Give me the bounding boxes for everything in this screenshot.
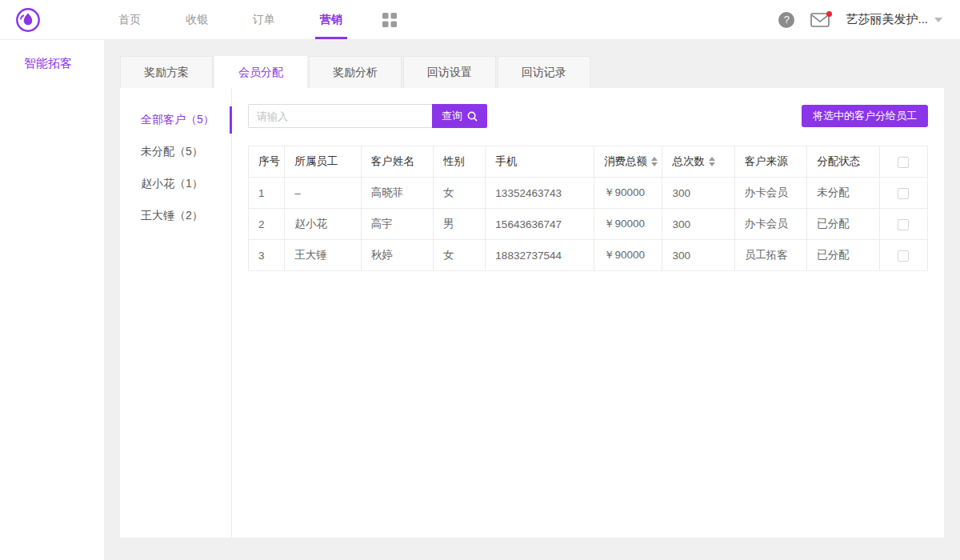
search-button-label: 查询 xyxy=(442,109,462,123)
search-button[interactable]: 查询 xyxy=(432,104,487,128)
column-header[interactable]: 消费总额 xyxy=(594,146,662,178)
help-icon[interactable]: ? xyxy=(778,12,794,28)
table-cell: 男 xyxy=(434,209,486,240)
account-name: 艺莎丽美发护... xyxy=(846,12,928,27)
table-row: 2赵小花高宇男15643636747￥90000300办卡会员已分配 xyxy=(249,209,928,240)
table-cell: 18832737544 xyxy=(486,240,594,271)
table-body: 1–高晓菲女13352463743￥90000300办卡会员未分配2赵小花高宇男… xyxy=(249,178,928,271)
table-cell: – xyxy=(285,178,361,209)
table-cell: 高宇 xyxy=(361,209,433,240)
assign-customers-button[interactable]: 将选中的客户分给员工 xyxy=(802,105,928,127)
tab-reward-plan[interactable]: 奖励方案 xyxy=(120,56,213,88)
sort-icon[interactable] xyxy=(651,157,658,166)
row-checkbox[interactable] xyxy=(898,219,909,230)
column-header: 序号 xyxy=(249,146,285,178)
row-checkbox-cell xyxy=(879,209,927,240)
row-checkbox[interactable] xyxy=(898,188,909,199)
tab-reward-analysis[interactable]: 奖励分析 xyxy=(309,56,402,88)
column-header: 客户姓名 xyxy=(361,146,433,178)
nav-item-home[interactable]: 首页 xyxy=(96,0,163,39)
topbar-right: ? 艺莎丽美发护... xyxy=(778,12,960,28)
table-cell: 赵小花 xyxy=(285,209,361,240)
tab-followup-settings[interactable]: 回访设置 xyxy=(403,56,496,88)
select-all-header-cell xyxy=(879,146,927,178)
table-cell: ￥90000 xyxy=(594,240,662,271)
tab-followup-records[interactable]: 回访记录 xyxy=(498,56,590,88)
table-cell: 王大锤 xyxy=(285,240,361,271)
table-section: 查询 将选中的客户分给员工 序号所属员工客户姓名性别手机消费总额总次数客户来源分… xyxy=(232,88,944,538)
filter-staff-zhaoxiaohua[interactable]: 赵小花（1） xyxy=(120,168,231,200)
table-cell: 办卡会员 xyxy=(734,178,806,209)
search-input[interactable] xyxy=(248,104,432,128)
customer-filter-list: 全部客户（5） 未分配（5） 赵小花（1） 王大锤（2） xyxy=(120,88,232,538)
table-row: 3王大锤秋婷女18832737544￥90000300员工拓客已分配 xyxy=(249,240,928,271)
table-cell: 女 xyxy=(434,178,486,209)
sidebar-item-smart-acquisition[interactable]: 智能拓客 xyxy=(0,40,104,71)
table-cell: 办卡会员 xyxy=(734,209,806,240)
table-cell: 未分配 xyxy=(807,178,879,209)
messages-icon[interactable] xyxy=(810,13,830,27)
customers-table: 序号所属员工客户姓名性别手机消费总额总次数客户来源分配状态 1–高晓菲女1335… xyxy=(248,146,928,271)
table-cell: 15643636747 xyxy=(486,209,594,240)
main-area: 奖励方案 会员分配 奖励分析 回访设置 回访记录 全部客户（5） 未分配（5） … xyxy=(104,40,960,560)
nav-item-orders[interactable]: 订单 xyxy=(230,0,298,39)
table-cell: 员工拓客 xyxy=(734,240,806,271)
column-header: 分配状态 xyxy=(807,146,879,178)
table-cell: 2 xyxy=(249,209,285,240)
nav-item-cashier[interactable]: 收银 xyxy=(163,0,230,39)
table-cell: 300 xyxy=(662,209,734,240)
column-header: 性别 xyxy=(434,146,486,178)
table-cell: 1 xyxy=(249,178,285,209)
table-cell: 秋婷 xyxy=(361,240,433,271)
left-sidebar: 智能拓客 xyxy=(0,40,104,560)
table-cell: 高晓菲 xyxy=(361,178,433,209)
filter-staff-wangdachui[interactable]: 王大锤（2） xyxy=(120,200,231,232)
table-row: 1–高晓菲女13352463743￥90000300办卡会员未分配 xyxy=(249,178,928,209)
row-checkbox-cell xyxy=(879,178,927,209)
table-cell: 300 xyxy=(662,240,734,271)
column-header: 所属员工 xyxy=(285,146,361,178)
content-panel: 全部客户（5） 未分配（5） 赵小花（1） 王大锤（2） 查询 将选中的客户分给… xyxy=(120,88,944,538)
table-header-row: 序号所属员工客户姓名性别手机消费总额总次数客户来源分配状态 xyxy=(249,146,928,178)
topbar: 首页 收银 订单 营销 ? 艺莎丽美发护... xyxy=(0,0,960,40)
table-cell: 已分配 xyxy=(807,240,879,271)
account-menu[interactable]: 艺莎丽美发护... xyxy=(846,12,942,27)
column-header[interactable]: 总次数 xyxy=(662,146,734,178)
column-header: 手机 xyxy=(486,146,594,178)
filter-all-customers[interactable]: 全部客户（5） xyxy=(120,104,231,136)
search-icon xyxy=(467,111,478,122)
table-cell: 3 xyxy=(249,240,285,271)
notification-dot xyxy=(826,11,832,17)
main-nav: 首页 收银 订单 营销 xyxy=(96,0,414,39)
tab-member-assignment[interactable]: 会员分配 xyxy=(214,56,307,88)
table-cell: 300 xyxy=(662,178,734,209)
app-logo-icon[interactable] xyxy=(14,6,42,34)
column-header: 客户来源 xyxy=(734,146,806,178)
chevron-down-icon xyxy=(934,18,942,22)
row-checkbox[interactable] xyxy=(898,250,909,262)
table-cell: 已分配 xyxy=(807,209,879,240)
table-cell: 女 xyxy=(434,240,486,271)
sort-icon[interactable] xyxy=(709,157,715,166)
nav-item-marketing[interactable]: 营销 xyxy=(298,0,365,39)
tab-bar: 奖励方案 会员分配 奖励分析 回访设置 回访记录 xyxy=(120,56,944,88)
apps-grid-icon[interactable] xyxy=(365,0,414,39)
table-cell: ￥90000 xyxy=(594,209,662,240)
select-all-checkbox[interactable] xyxy=(898,157,909,168)
table-cell: ￥90000 xyxy=(594,178,662,209)
filter-unassigned[interactable]: 未分配（5） xyxy=(120,136,231,168)
toolbar: 查询 将选中的客户分给员工 xyxy=(248,104,928,128)
row-checkbox-cell xyxy=(879,240,927,271)
table-cell: 13352463743 xyxy=(486,178,594,209)
